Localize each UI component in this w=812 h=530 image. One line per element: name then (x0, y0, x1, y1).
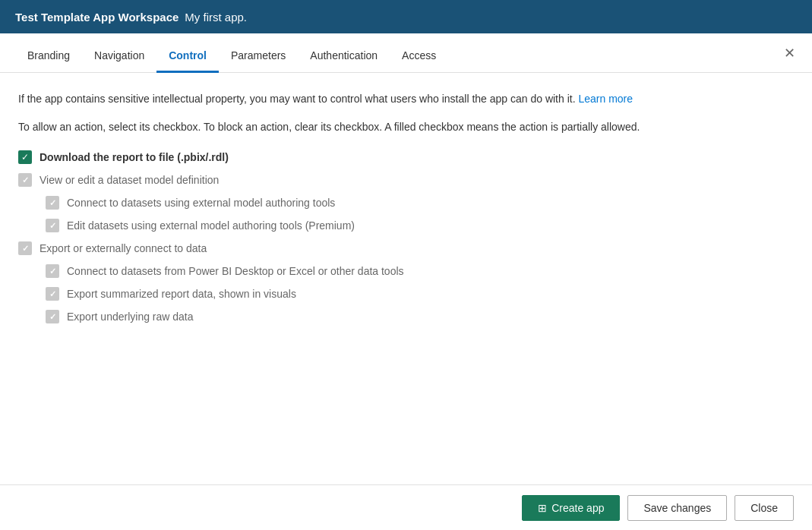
checkbox-row-edit-external[interactable]: ✓ Edit datasets using external model aut… (46, 219, 794, 232)
checkbox-label-download-report: Download the report to file (.pbix/.rdl) (39, 151, 229, 163)
tab-branding[interactable]: Branding (15, 39, 82, 73)
checkbox-label-view-edit-dataset: View or edit a dataset model definition (39, 174, 219, 186)
create-app-icon: ⊞ (538, 502, 547, 514)
partial-icon-5: ✓ (49, 267, 56, 276)
checkbox-connect-powerbi[interactable]: ✓ (46, 264, 59, 278)
checkbox-export-raw[interactable]: ✓ (46, 310, 59, 323)
checkbox-label-connect-external: Connect to datasets using external model… (67, 197, 335, 209)
checkbox-section: ✓ Download the report to file (.pbix/.rd… (18, 150, 794, 323)
checkbox-label-export-connect: Export or externally connect to data (39, 242, 207, 254)
modal-content: If the app contains sensitive intellectu… (0, 73, 812, 484)
checkbox-connect-external[interactable]: ✓ (46, 196, 59, 210)
header-subtitle: My first app. (185, 11, 247, 24)
info-paragraph-2: To allow an action, select its checkbox.… (18, 119, 794, 135)
checkbox-label-export-summarized: Export summarized report data, shown in … (67, 288, 296, 300)
checkbox-download-report[interactable]: ✓ (18, 150, 32, 164)
checkbox-row-export-connect[interactable]: ✓ Export or externally connect to data (18, 241, 794, 255)
tab-access[interactable]: Access (390, 39, 448, 73)
checkbox-row-download-report[interactable]: ✓ Download the report to file (.pbix/.rd… (18, 150, 794, 164)
save-changes-button[interactable]: Save changes (627, 495, 727, 521)
checkbox-row-export-summarized[interactable]: ✓ Export summarized report data, shown i… (46, 287, 794, 301)
partial-icon-7: ✓ (49, 313, 56, 321)
checkbox-export-summarized[interactable]: ✓ (46, 287, 59, 301)
close-button[interactable]: Close (735, 495, 794, 521)
modal-footer: ⊞ Create app Save changes Close (0, 484, 812, 530)
checkbox-label-edit-external: Edit datasets using external model autho… (67, 219, 355, 232)
tab-authentication[interactable]: Authentication (298, 39, 390, 73)
header-title: Test Template App Workspace (15, 11, 179, 24)
partial-icon-3: ✓ (49, 222, 56, 230)
modal-container: Test Template App Workspace My first app… (0, 0, 812, 530)
checkbox-edit-external[interactable]: ✓ (46, 219, 59, 232)
learn-more-link[interactable]: Learn more (578, 93, 633, 105)
check-icon: ✓ (21, 153, 29, 162)
partial-icon-6: ✓ (49, 290, 56, 298)
create-app-label: Create app (551, 502, 604, 514)
checkbox-row-connect-powerbi[interactable]: ✓ Connect to datasets from Power BI Desk… (46, 264, 794, 278)
create-app-button[interactable]: ⊞ Create app (522, 495, 620, 521)
partial-icon-4: ✓ (22, 244, 29, 253)
partial-icon: ✓ (22, 176, 29, 185)
checkbox-label-connect-powerbi: Connect to datasets from Power BI Deskto… (67, 265, 404, 277)
partial-icon-2: ✓ (49, 199, 56, 207)
checkbox-label-export-raw: Export underlying raw data (67, 311, 194, 323)
tab-control[interactable]: Control (156, 39, 219, 73)
tabs-bar: Branding Navigation Control Parameters A… (0, 33, 812, 73)
tab-parameters[interactable]: Parameters (219, 39, 298, 73)
checkbox-row-connect-external[interactable]: ✓ Connect to datasets using external mod… (46, 196, 794, 210)
modal-header: Test Template App Workspace My first app… (0, 0, 812, 33)
modal-close-icon[interactable]: ✕ (779, 43, 800, 63)
checkbox-view-edit-dataset[interactable]: ✓ (18, 173, 32, 187)
checkbox-row-view-edit-dataset[interactable]: ✓ View or edit a dataset model definitio… (18, 173, 794, 187)
checkbox-row-export-raw[interactable]: ✓ Export underlying raw data (46, 310, 794, 323)
info-paragraph-1: If the app contains sensitive intellectu… (18, 91, 794, 107)
checkbox-export-connect[interactable]: ✓ (18, 241, 32, 255)
tab-navigation[interactable]: Navigation (82, 39, 156, 73)
